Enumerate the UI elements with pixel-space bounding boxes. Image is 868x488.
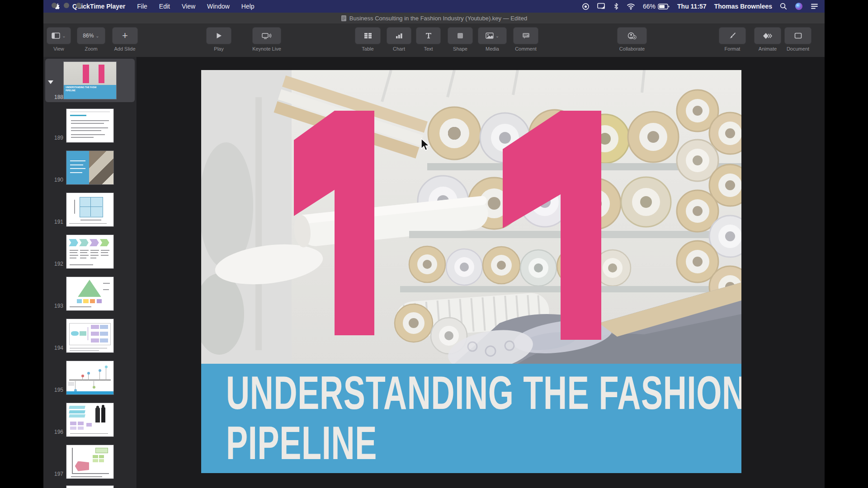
slide-number-188: 188: [45, 94, 63, 100]
battery-indicator[interactable]: 66%: [643, 3, 670, 10]
slide-number-191: 191: [45, 219, 63, 225]
comment-icon: [522, 33, 530, 39]
format-paintbrush-icon: [729, 32, 736, 39]
window-title-text: Business Consulting in the Fashion Indus…: [349, 15, 527, 22]
slide-thumbnail-195[interactable]: [66, 361, 114, 395]
table-button[interactable]: [355, 27, 381, 44]
slide-thumbnail-192[interactable]: [66, 235, 114, 269]
current-slide[interactable]: UNDERSTANDING THE FASHION PIPELINE: [201, 70, 741, 473]
slide-number-195: 195: [45, 387, 63, 393]
menu-clock[interactable]: Thu 11:57: [677, 3, 707, 10]
document-label: Document: [781, 46, 815, 52]
add-slide-button[interactable]: +: [112, 27, 138, 44]
text-icon: [425, 33, 432, 39]
shape-button[interactable]: [448, 27, 473, 44]
shape-icon: [457, 33, 463, 39]
table-icon: [364, 33, 372, 39]
slide-navigator: UNDERSTANDING THE FASHI PIPELINE 188 189: [43, 57, 137, 488]
keynote-live-label: Keynote Live: [249, 46, 285, 52]
document-file-icon: [341, 15, 347, 22]
slide-number-189: 189: [45, 135, 63, 141]
menu-file[interactable]: File: [137, 3, 147, 10]
spotlight-search-icon[interactable]: [780, 3, 787, 10]
thumb-title-band: UNDERSTANDING THE FASHI PIPELINE: [64, 85, 116, 99]
battery-percent-label: 66%: [643, 3, 656, 10]
traffic-light-zoom[interactable]: [76, 3, 81, 8]
media-label: Media: [478, 46, 507, 52]
slide-number-196: 196: [45, 429, 63, 435]
chevron-down-icon: ⌄: [62, 33, 66, 38]
collaborate-label: Collaborate: [614, 46, 650, 52]
media-button[interactable]: ⌄: [478, 27, 507, 44]
battery-icon: [658, 4, 670, 9]
siri-icon[interactable]: [795, 2, 803, 10]
bluetooth-icon[interactable]: [613, 3, 619, 10]
chart-icon: [396, 33, 403, 39]
slide-number-193: 193: [45, 303, 63, 309]
thumb-pink-digit: [99, 65, 105, 83]
slide-number-194: 194: [45, 345, 63, 351]
menu-help[interactable]: Help: [241, 3, 255, 10]
traffic-light-close[interactable]: [52, 3, 57, 8]
comment-button[interactable]: [513, 27, 538, 44]
wifi-icon[interactable]: [627, 3, 635, 10]
document-icon: [794, 33, 802, 39]
thumb-pink-digit: [83, 65, 89, 83]
slide-thumbnail-191[interactable]: [66, 192, 114, 227]
document-button[interactable]: [784, 27, 811, 44]
view-button[interactable]: ⌄: [47, 27, 71, 44]
slide-number-192: 192: [45, 261, 63, 267]
slide-number-197: 197: [45, 471, 63, 477]
menu-window[interactable]: Window: [207, 3, 230, 10]
plus-icon: +: [122, 30, 128, 42]
chevron-down-icon: ⌄: [495, 33, 499, 38]
animate-button[interactable]: [754, 27, 781, 44]
text-label: Text: [416, 46, 441, 52]
slide-thumbnail-197[interactable]: [66, 445, 114, 479]
slide-thumbnail-189[interactable]: [66, 108, 114, 143]
view-icon: [52, 33, 60, 39]
keynote-toolbar: ⌄ View 86% ⌄ Zoom + Add Slide Play Keyno…: [43, 23, 825, 57]
menu-view[interactable]: View: [182, 3, 195, 10]
view-label: View: [47, 46, 71, 52]
screen-recording-stop-icon[interactable]: [582, 3, 590, 10]
animate-label: Animate: [754, 46, 781, 52]
animate-icon: [763, 33, 773, 39]
window-title: Business Consulting in the Fashion Indus…: [43, 13, 825, 23]
zoom-label: Zoom: [77, 46, 105, 52]
zoom-button[interactable]: 86% ⌄: [77, 27, 105, 44]
macos-menu-bar: QuickTime Player File Edit View Window H…: [43, 0, 825, 13]
traffic-light-minimize[interactable]: [64, 3, 69, 8]
play-icon: [216, 33, 222, 39]
collaborate-icon: [627, 32, 637, 39]
collaborate-button[interactable]: [617, 27, 647, 44]
menu-edit[interactable]: Edit: [159, 3, 170, 10]
comment-label: Comment: [513, 46, 538, 52]
notification-center-icon[interactable]: [811, 3, 818, 9]
disclosure-triangle-icon[interactable]: [48, 80, 53, 84]
letterbox-background: QuickTime Player File Edit View Window H…: [0, 0, 868, 488]
slide-thumbnail-partial[interactable]: [66, 485, 114, 488]
slide-title-banner: UNDERSTANDING THE FASHION PIPELINE: [201, 364, 741, 473]
recorded-screen: QuickTime Player File Edit View Window H…: [43, 0, 825, 488]
keynote-live-button[interactable]: [252, 27, 281, 44]
format-button[interactable]: [719, 27, 746, 44]
screen-mirroring-icon[interactable]: [597, 3, 606, 10]
chart-label: Chart: [387, 46, 411, 52]
add-slide-label: Add Slide: [107, 46, 143, 52]
format-label: Format: [719, 46, 746, 52]
table-label: Table: [355, 46, 381, 52]
slide-number-190: 190: [45, 177, 63, 183]
menu-user-name[interactable]: Thomas Brownlees: [714, 3, 772, 10]
slide-title-line1: UNDERSTANDING THE FASHION: [226, 371, 741, 416]
shape-label: Shape: [448, 46, 473, 52]
chart-button[interactable]: [387, 27, 411, 44]
slide-thumbnail-190[interactable]: [66, 150, 114, 185]
slide-thumbnail-193[interactable]: [66, 277, 114, 311]
slide-thumbnail-196[interactable]: [66, 403, 114, 437]
play-label: Play: [206, 46, 231, 52]
play-button[interactable]: [206, 27, 231, 44]
slide-thumbnail-194[interactable]: [66, 319, 114, 353]
slide-thumbnail-188[interactable]: UNDERSTANDING THE FASHI PIPELINE: [63, 61, 117, 99]
text-button[interactable]: [416, 27, 441, 44]
